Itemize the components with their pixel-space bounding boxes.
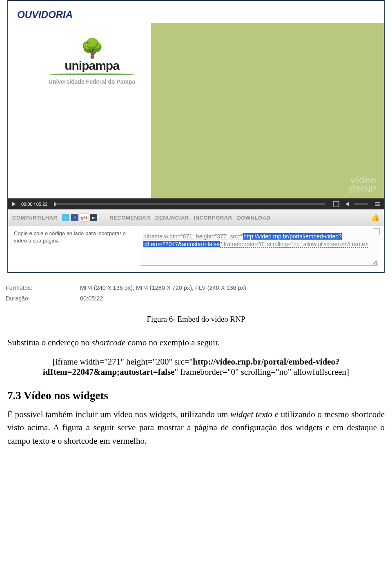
section-paragraph: É possível também incluir um vídeo nos w… xyxy=(7,408,385,448)
embed-code-pre: <iframe width="671" height="377" src=" xyxy=(143,233,243,240)
play-icon[interactable] xyxy=(12,202,16,206)
document-body: Substitua o endereço no shortcode como n… xyxy=(0,336,392,349)
code-line1-b: http://video.rnp.br/portal/embed-video? xyxy=(193,357,339,367)
rnp-watermark: vídeo @RNP xyxy=(348,176,376,193)
formats-value: MP4 (240 X 136 px), MP4 (1280 X 720 px),… xyxy=(80,283,246,293)
myspace-icon[interactable]: m xyxy=(90,214,97,221)
download-button[interactable]: DOWNLOAD xyxy=(237,215,270,221)
para-substitute-pre: Substitua o endereço no xyxy=(7,338,91,347)
duration-label: Duração: xyxy=(6,294,79,303)
logo-subtitle: Universidade Federal do Pampa xyxy=(43,78,141,85)
duration-value: 00:05:22 xyxy=(80,294,246,303)
section-para-1: É possível também incluir um vídeo nos w… xyxy=(7,409,230,419)
formats-label: Formatos: xyxy=(6,283,79,293)
code-line1-a: [iframe width="271" height="200" src=" xyxy=(52,357,193,367)
fullscreen-icon[interactable] xyxy=(333,201,339,207)
figure-caption: Figura 6- Embed do video RNP xyxy=(0,315,392,324)
seek-knob[interactable] xyxy=(54,202,56,206)
watermark-line2: @RNP xyxy=(348,185,376,193)
menu-icon[interactable] xyxy=(375,202,380,206)
code-line2-a: idItem=22047&amp;autostart=false xyxy=(43,367,175,377)
recommend-button[interactable]: RECOMENDAR xyxy=(109,215,150,221)
volume-icon[interactable] xyxy=(345,202,349,206)
report-button[interactable]: DENUNCIAR xyxy=(155,215,189,221)
logo-text: unipampa xyxy=(43,59,141,73)
logo-underline xyxy=(49,73,135,75)
facebook-icon[interactable]: f xyxy=(71,214,78,221)
section-body: É possível também incluir um vídeo nos w… xyxy=(0,408,392,448)
tree-icon: 🌳 xyxy=(43,39,141,58)
section-heading: 7.3 Vídeo nos widgets xyxy=(7,389,385,402)
para-substitute-post: como no exemplo a seguir. xyxy=(125,338,220,347)
share-bar: COMPARTILHAR t f g+1 m RECOMENDAR DENUNC… xyxy=(8,209,384,226)
ouvidoria-heading: OUVIDORIA xyxy=(8,1,384,23)
volume-bar[interactable] xyxy=(354,203,368,205)
code-line2-b: " frameborder="0" scrolling="no" allowfu… xyxy=(175,367,350,377)
video-metadata: Formatos: MP4 (240 X 136 px), MP4 (1280 … xyxy=(0,273,392,307)
embed-code-post: " frameborder="0" scrolling="no" allowfu… xyxy=(220,241,368,248)
twitter-icon[interactable]: t xyxy=(62,214,69,221)
seek-bar[interactable] xyxy=(54,203,325,205)
embed-button[interactable]: INCORPORAR xyxy=(194,215,232,221)
player-time: 00:00 / 05:22 xyxy=(21,202,47,207)
share-icons: t f g+1 m xyxy=(62,213,97,222)
embed-code-box[interactable]: <iframe width="671" height="377" src="ht… xyxy=(140,230,378,266)
video-frame: 🌳 unipampa Universidade Federal do Pampa… xyxy=(8,23,384,198)
shortcode-example: [iframe width="271" height="200" src="ht… xyxy=(7,357,385,377)
player-controls: 00:00 / 05:22 xyxy=(8,198,384,209)
google-plus-icon[interactable]: g+1 xyxy=(80,213,88,222)
widget-texto-word: widget texto xyxy=(230,409,272,419)
share-label: COMPARTILHAR xyxy=(12,215,57,221)
embed-panel: ✕ Copie e cole o código ao lado para inc… xyxy=(8,226,384,272)
shortcode-word: shortcode xyxy=(91,338,125,347)
unipampa-logo: 🌳 unipampa Universidade Federal do Pampa xyxy=(43,39,141,85)
embed-instructions: Copie e cole o código ao lado para incor… xyxy=(14,230,132,266)
video-player-screenshot: OUVIDORIA 🌳 unipampa Universidade Federa… xyxy=(7,0,385,273)
resize-handle-icon[interactable] xyxy=(373,260,377,265)
thumbs-up-icon[interactable]: 👍 xyxy=(371,213,380,222)
para-substitute: Substitua o endereço no shortcode como n… xyxy=(7,336,385,349)
